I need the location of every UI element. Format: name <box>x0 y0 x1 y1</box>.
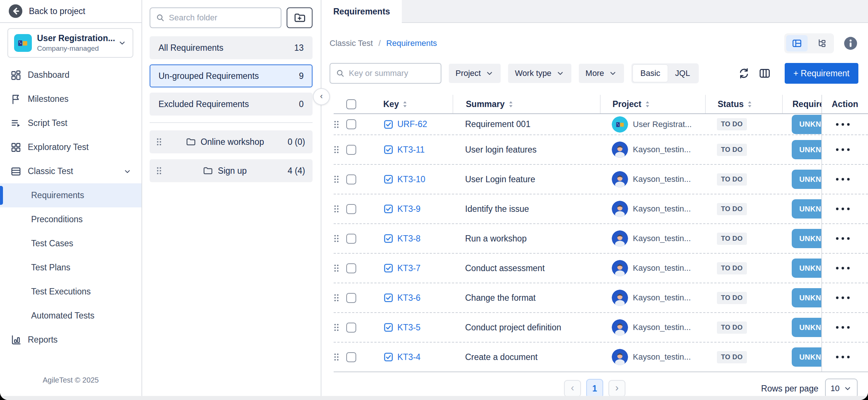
sidebar-item-milestones[interactable]: Milestones <box>0 87 141 111</box>
header-requirement-status[interactable]: Requirement Status <box>782 95 821 113</box>
drag-handle-icon[interactable] <box>334 294 339 302</box>
add-folder-button[interactable] <box>287 7 313 28</box>
back-to-project[interactable]: Back to project <box>0 0 141 23</box>
list-view-button[interactable] <box>786 35 808 51</box>
refresh-button[interactable] <box>735 64 753 82</box>
row-checkbox[interactable] <box>346 119 356 129</box>
filter-work-type[interactable]: Work type <box>508 64 571 83</box>
row-project: Kayson_testin... <box>633 263 691 273</box>
row-actions-button[interactable] <box>835 207 850 211</box>
drag-handle-icon[interactable] <box>156 138 162 146</box>
rows-icon <box>10 166 21 177</box>
drag-handle-icon[interactable] <box>334 146 339 154</box>
drag-handle-icon[interactable] <box>334 175 339 183</box>
chevron-down-icon <box>485 69 494 78</box>
prev-page-button[interactable]: ‹ <box>564 380 581 397</box>
sidebar-item-dashboard[interactable]: Dashboard <box>0 63 141 87</box>
sidebar-item-test-plans[interactable]: Test Plans <box>0 256 141 280</box>
requirement-status-pill[interactable]: UNKNOWN <box>792 140 821 159</box>
row-actions-button[interactable] <box>835 355 850 359</box>
folder-item-online-workshop[interactable]: Online workshop0 (0) <box>150 130 313 153</box>
row-checkbox[interactable] <box>346 174 356 184</box>
row-actions-button[interactable] <box>835 326 850 329</box>
breadcrumb-parent[interactable]: Classic Test <box>330 39 373 48</box>
requirement-type-icon <box>383 293 394 303</box>
sidebar-item-exploratory-test[interactable]: Exploratory Test <box>0 135 141 159</box>
requirement-status-pill[interactable]: UNKNOWN <box>792 259 821 278</box>
tree-view-button[interactable] <box>811 35 832 51</box>
row-actions-button[interactable] <box>835 123 850 126</box>
mode-basic[interactable]: Basic <box>633 65 668 82</box>
drag-handle-icon[interactable] <box>156 167 162 175</box>
drag-handle-icon[interactable] <box>334 353 339 361</box>
row-actions-button[interactable] <box>835 266 850 270</box>
row-key-link[interactable]: KT3-6 <box>397 293 421 303</box>
requirement-status-pill[interactable]: UNKNOWN <box>792 288 821 307</box>
folder-group-excluded-requirements[interactable]: Excluded Requirements0 <box>150 93 313 116</box>
breadcrumb-current[interactable]: Requirements <box>386 39 437 48</box>
drag-handle-icon[interactable] <box>334 323 339 331</box>
requirement-status-pill[interactable]: UNKNOWN <box>792 229 821 248</box>
current-page-button[interactable]: 1 <box>586 379 603 398</box>
filter-project[interactable]: Project <box>449 64 501 83</box>
columns-button[interactable] <box>756 64 774 82</box>
row-actions-button[interactable] <box>835 296 850 300</box>
row-key-link[interactable]: KT3-4 <box>397 352 421 362</box>
next-page-button[interactable]: › <box>608 380 625 397</box>
select-all-checkbox[interactable] <box>346 99 356 109</box>
project-selector[interactable]: User Registration... Company-managed <box>7 28 133 58</box>
requirement-status-pill[interactable]: UNKNOWN <box>792 170 821 189</box>
drag-handle-icon[interactable] <box>334 264 339 272</box>
sidebar-item-preconditions[interactable]: Preconditions <box>0 207 141 231</box>
row-actions-button[interactable] <box>835 237 850 240</box>
drag-handle-icon[interactable] <box>334 120 339 129</box>
folder-group-all-requirements[interactable]: All Requirements13 <box>150 36 313 59</box>
row-key-link[interactable]: KT3-9 <box>397 204 421 214</box>
row-checkbox[interactable] <box>346 293 356 303</box>
row-actions-button[interactable] <box>835 148 850 151</box>
row-checkbox[interactable] <box>346 263 356 273</box>
folder-item-sign-up[interactable]: Sign up4 (4) <box>150 159 313 182</box>
row-key-link[interactable]: KT3-8 <box>397 234 421 244</box>
add-requirement-button[interactable]: + Requirement <box>785 63 859 84</box>
folder-search-input[interactable] <box>169 13 276 23</box>
row-key-link[interactable]: KT3-7 <box>397 263 421 273</box>
requirement-status-pill[interactable]: UNKNOWN <box>792 318 821 337</box>
row-checkbox[interactable] <box>346 204 356 214</box>
row-checkbox[interactable] <box>346 145 356 155</box>
header-status[interactable]: Status <box>718 99 752 109</box>
row-key-link[interactable]: KT3-5 <box>397 323 421 333</box>
row-key-link[interactable]: KT3-10 <box>397 174 425 184</box>
row-checkbox[interactable] <box>346 352 356 362</box>
row-key-link[interactable]: URF-62 <box>397 119 427 129</box>
filter-more[interactable]: More <box>579 64 624 83</box>
key-summary-search-input[interactable] <box>349 69 435 78</box>
sidebar-item-test-cases[interactable]: Test Cases <box>0 231 141 256</box>
header-summary[interactable]: Summary <box>466 99 514 109</box>
row-checkbox[interactable] <box>346 234 356 244</box>
header-project[interactable]: Project <box>612 99 650 109</box>
row-actions-button[interactable] <box>835 177 850 181</box>
drag-handle-icon[interactable] <box>334 234 339 243</box>
chevron-down-icon <box>123 167 132 176</box>
requirement-status-pill[interactable]: UNKNOWN <box>792 115 821 134</box>
sidebar-item-reports[interactable]: Reports <box>0 328 141 352</box>
requirement-status-pill[interactable]: UNKNOWN <box>792 199 821 219</box>
requirement-status-pill[interactable]: UNKNOWN <box>792 347 821 367</box>
rows-per-page-select[interactable]: 10 <box>825 379 858 399</box>
collapse-panel-button[interactable]: ‹ <box>313 88 330 105</box>
info-button[interactable] <box>844 36 858 50</box>
mode-jql[interactable]: JQL <box>668 65 697 82</box>
row-project: Kayson_testin... <box>633 352 691 362</box>
drag-handle-icon[interactable] <box>334 205 339 213</box>
header-key[interactable]: Key <box>383 99 408 109</box>
row-checkbox[interactable] <box>346 323 356 333</box>
sidebar-item-automated-tests[interactable]: Automated Tests <box>0 304 141 328</box>
sidebar-item-script-test[interactable]: Script Test <box>0 111 141 135</box>
sidebar-item-test-executions[interactable]: Test Executions <box>0 280 141 304</box>
row-key-link[interactable]: KT3-11 <box>397 145 425 155</box>
sidebar-item-classic-test[interactable]: Classic Test <box>0 159 141 183</box>
folder-group-un-grouped-requirements[interactable]: Un-grouped Requirements9 <box>150 64 313 87</box>
tab-requirements[interactable]: Requirements <box>321 0 402 23</box>
sidebar-item-requirements[interactable]: Requirements <box>0 183 141 207</box>
